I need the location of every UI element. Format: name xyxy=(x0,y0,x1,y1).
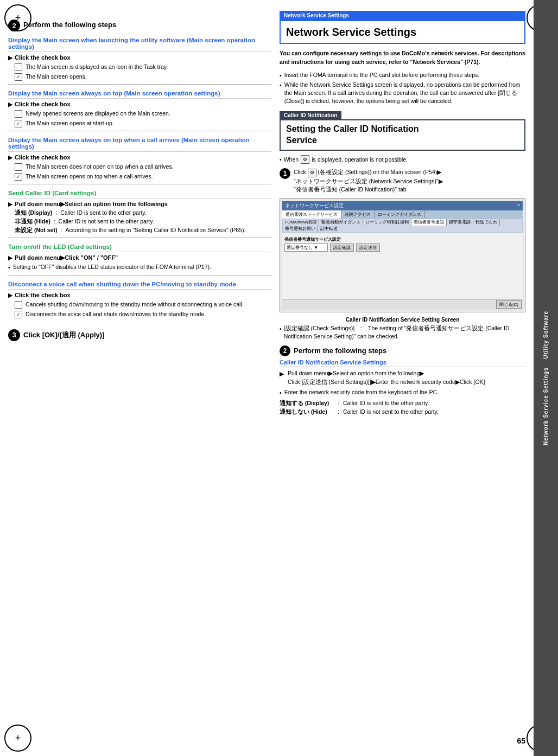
checkbox-unchecked-s2 xyxy=(15,110,22,118)
step2-title: Perform the following steps xyxy=(23,20,116,29)
section4-hide-desc: Caller ID is not sent to the other party… xyxy=(59,218,154,226)
ss-title-text: ネットワークサービス設定 xyxy=(285,202,344,209)
display-row-desc: Caller ID is sent to the other party. xyxy=(343,400,429,406)
section2-unchecked-desc: Newly opened screens are displayed on th… xyxy=(26,110,170,118)
bullet-dot-net: • xyxy=(280,389,282,397)
arrow-icon-s5: ▶ xyxy=(8,254,12,261)
divider2 xyxy=(8,131,271,131)
ns-bullet1: • Insert the FOMA terminal into the PC c… xyxy=(280,71,525,80)
r-step1-click: Click xyxy=(294,169,306,175)
section4-hide-label: 非通知 (Hide) xyxy=(15,218,50,226)
ss-subtabs: FOMA/mova初期 緊急自動ガイダンス ローミング特割往復制 着信者番号通知… xyxy=(282,219,523,233)
section3-action-text: Click the check box xyxy=(15,154,71,161)
checkbox-checked-s1 xyxy=(15,73,22,81)
section6-checked-desc: Disconnects the voice call and shuts dow… xyxy=(26,310,206,318)
section3-unchecked: The Main screen does not open on top whe… xyxy=(15,163,271,171)
settings-check-label: [設定確認 (Check Settings)] : The setting of… xyxy=(284,324,525,340)
left-column: 2 Perform the following steps Display th… xyxy=(8,11,271,745)
ss-subtab-row: FOMA/mova初期 緊急自動ガイダンス ローミング特割往復制 着信者番号通知… xyxy=(283,219,522,232)
arrow-icon-s6: ▶ xyxy=(8,292,12,299)
divider5 xyxy=(8,275,271,276)
ss-section-label: 発信者番号通知サービス設定 xyxy=(284,236,521,242)
pull-action-text: Pull down menu▶Select an option from the… xyxy=(288,369,485,387)
section4-notset-label: 未設定 (Not set) xyxy=(15,227,58,234)
ss-tab3[interactable]: ローミングガイダンス xyxy=(375,210,425,219)
screenshot-inner: ネットワークサービス設定 × 通信電波ストックサービス 遠隔アクセス ローミング… xyxy=(282,201,523,310)
ss-close-btn[interactable]: × xyxy=(517,202,520,209)
ss-subtab2[interactable]: 緊急自動ガイダンス xyxy=(319,219,363,226)
main-content: 2 Perform the following steps Display th… xyxy=(0,0,534,756)
section1-unchecked: The Main screen is displayed as an icon … xyxy=(15,63,271,71)
display-row-colon: : xyxy=(338,400,339,406)
ss-subtab8[interactable]: 話中転送 xyxy=(318,226,340,232)
section1-checked: The Main screen opens. xyxy=(15,73,271,81)
section5-action-text: Pull down menu▶Click "ON" / "OFF" xyxy=(15,254,118,261)
section3-checked-desc: The Main screen opens on top when a call… xyxy=(26,172,153,181)
step3-title: Click [OK]/[適用 (Apply)] xyxy=(23,329,105,340)
corner-decoration-tl xyxy=(4,4,31,31)
section6-unchecked: Cancels shutting down/moving to the stan… xyxy=(15,300,271,309)
section5-action: ▶ Pull down menu▶Click "ON" / "OFF" xyxy=(8,254,271,261)
ss-tab2[interactable]: 遠隔アクセス xyxy=(341,210,375,219)
divider4 xyxy=(8,238,271,238)
page-number: 65 xyxy=(517,736,525,745)
settings-check-bullet: • [設定確認 (Check Settings)] : The setting … xyxy=(280,324,525,340)
divider3 xyxy=(8,184,271,184)
display-row: 通知する (Display) : Caller ID is sent to th… xyxy=(280,400,525,407)
ss-titlebar: ネットワークサービス設定 × xyxy=(282,201,523,210)
network-bullet-text: Enter the network security code from the… xyxy=(284,388,439,396)
pull-down-action: ▶ Pull down menu▶Select an option from t… xyxy=(280,369,525,387)
display-row-label: 通知する (Display) xyxy=(280,400,334,407)
arrow-icon-s1: ▶ xyxy=(8,54,12,61)
ss-subtab5[interactable]: 留守番電話 xyxy=(447,219,473,226)
section4-display-label: 通知 (Display) xyxy=(15,209,52,217)
ss-subtab6[interactable]: 転送でんわ xyxy=(473,219,500,226)
ss-close-footer-btn[interactable]: 閉じる(C) xyxy=(496,300,522,309)
section1-unchecked-desc: The Main screen is displayed as an icon … xyxy=(26,63,168,71)
sidebar-text-utility: Utility Software xyxy=(543,311,549,359)
section5-header: Turn on/off the LED (Card settings) xyxy=(8,244,271,252)
when-desc: is displayed, operation is not possible. xyxy=(312,156,408,163)
bullet-dot-ns2: • xyxy=(280,81,282,89)
checkbox-checked-s2 xyxy=(15,120,22,127)
r-step2-circle: 2 xyxy=(280,345,290,356)
arrow-icon-s2: ▶ xyxy=(8,101,12,108)
ss-subtab3[interactable]: ローミング特割往復制 xyxy=(363,219,411,226)
ns-title: Network Service Settings xyxy=(286,25,519,39)
section2-checked: The Main screen opens at start-up. xyxy=(15,119,271,127)
section1-action: ▶ Click the check box xyxy=(8,54,271,61)
ss-subtab7[interactable]: 番号通知お願い xyxy=(283,226,318,232)
hide-row: 通知しない (Hide) : Caller ID is not sent to … xyxy=(280,408,525,416)
ss-tabs: 通信電波ストックサービス 遠隔アクセス ローミングガイダンス xyxy=(282,210,523,219)
checkbox-unchecked-s6 xyxy=(15,301,22,309)
ns-bullet1-text: Insert the FOMA terminal into the PC car… xyxy=(284,71,480,79)
ss-subtab4[interactable]: 着信者番号通知 xyxy=(411,219,447,226)
bullet-dot-when: • xyxy=(280,156,282,163)
section6-action: ▶ Click the check box xyxy=(8,292,271,299)
hide-row-desc: Caller ID is not sent to the other party… xyxy=(343,408,439,415)
ss-dropdown[interactable]: 通話番号なし ▼ xyxy=(284,244,328,252)
ss-send-btn[interactable]: 設定送信 xyxy=(356,244,380,252)
ns-box-label: Network Service Settings xyxy=(280,11,525,20)
cid-title-line1: Setting the Caller ID Notification xyxy=(286,124,418,133)
ss-dropdown-row: 通話番号なし ▼ 設定確認 設定送信 xyxy=(284,244,521,252)
r-step2-header: 2 Perform the following steps xyxy=(280,345,525,356)
section5-bullet: • Setting to "OFF" disables the LED stat… xyxy=(8,263,271,272)
cid-title-line2: Service xyxy=(286,136,317,145)
section4-display-desc: Caller ID is sent to the other party. xyxy=(60,209,147,217)
r-step1-jp1: "ネットワークサービス設定 (Network Service Settings)… xyxy=(294,178,439,184)
r-step1-circle: 1 xyxy=(280,168,290,179)
section2-unchecked: Newly opened screens are displayed on th… xyxy=(15,110,271,118)
section4-header: Send Caller ID (Card settings) xyxy=(8,190,271,198)
ss-confirm-btn[interactable]: 設定確認 xyxy=(330,244,354,252)
sidebar-text-network: Network Service Settings xyxy=(543,367,549,445)
divider1 xyxy=(8,84,271,85)
step2-header: 2 Perform the following steps xyxy=(8,20,271,31)
hide-row-colon: : xyxy=(338,408,339,415)
ns-title-box: Network Service Settings xyxy=(280,20,525,44)
section4-hide: 非通知 (Hide) : Caller ID is not sent to th… xyxy=(15,218,271,226)
section6-unchecked-desc: Cancels shutting down/moving to the stan… xyxy=(26,300,244,309)
ss-tab1[interactable]: 通信電波ストックサービス xyxy=(282,210,341,219)
section4-notset-colon: : xyxy=(61,227,62,234)
ss-subtab1[interactable]: FOMA/mova初期 xyxy=(283,219,319,226)
